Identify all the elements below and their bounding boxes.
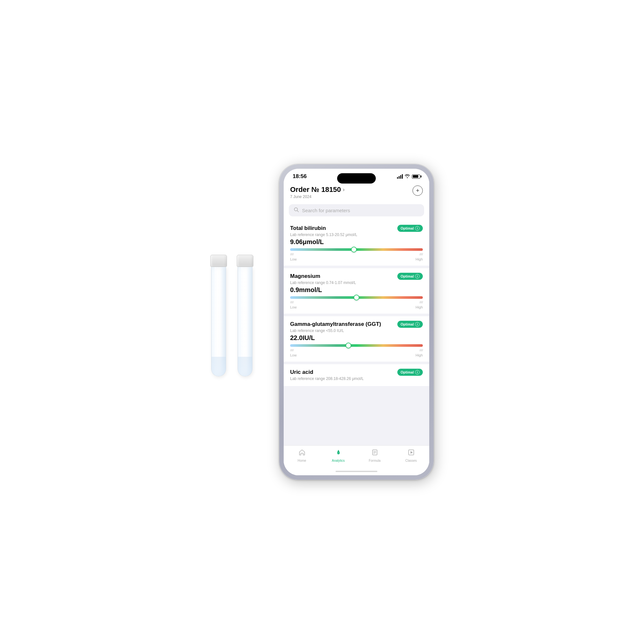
analytics-icon [335, 449, 342, 458]
phone-frame: 18:56 [279, 164, 434, 480]
high-label-1: /////// High [415, 301, 423, 310]
card-header-row-3: Uric acid Optimal i [290, 369, 423, 376]
search-bar[interactable]: Search for parameters [289, 204, 424, 216]
nav-label-formula: Formula [369, 459, 381, 462]
header: Order № 18150 › 7 June 2024 + [284, 182, 429, 202]
svg-line-1 [297, 211, 298, 212]
battery-icon [412, 175, 420, 179]
battery-fill [413, 175, 419, 178]
badge-info-icon-3: i [415, 370, 420, 374]
results-list: Total bilirubin Optimal i Lab reference … [284, 220, 429, 445]
slider-track-0 [290, 248, 423, 251]
tube-body-2 [238, 267, 252, 376]
signal-bar-4 [402, 174, 403, 179]
slider-1 [290, 296, 423, 299]
card-header-row-0: Total bilirubin Optimal i [290, 225, 423, 232]
slider-thumb-1 [354, 295, 359, 300]
tube-body-1 [211, 267, 226, 376]
tube-cap-1 [210, 255, 227, 267]
scene: 18:56 [64, 164, 580, 480]
header-title-group: Order № 18150 › 7 June 2024 [290, 185, 345, 199]
search-icon [294, 207, 299, 213]
badge-info-icon-2: i [415, 322, 420, 327]
header-title: Order № 18150 › [290, 185, 345, 194]
signal-bar-1 [397, 177, 398, 179]
nav-label-home: Home [298, 459, 306, 462]
card-uric-acid: Uric acid Optimal i Lab reference range … [284, 364, 429, 386]
phone-screen: 18:56 [284, 169, 429, 475]
card-ref-2: Lab reference range <55.0 IU/L [290, 328, 423, 333]
card-ggt: Gamma-glutamyltransferase (GGT) Optimal … [284, 316, 429, 362]
high-label-0: /////// High [415, 253, 423, 262]
nav-label-analytics: Analytics [332, 459, 345, 462]
optimal-badge-0: Optimal i [397, 225, 423, 232]
tube-1 [210, 255, 227, 376]
dynamic-island [337, 173, 376, 184]
badge-label-3: Optimal [401, 370, 414, 374]
card-value-2: 22.0IU/L [290, 334, 423, 342]
badge-info-icon-0: i [415, 226, 420, 231]
header-date: 7 June 2024 [290, 194, 345, 199]
slider-thumb-2 [346, 343, 351, 348]
card-magnesium: Magnesium Optimal i Lab reference range … [284, 268, 429, 314]
home-bar-line [336, 471, 377, 472]
low-label-1: /////// Low [290, 301, 297, 310]
order-title-text: Order № 18150 [290, 185, 341, 194]
nav-label-classes: Classes [405, 459, 417, 462]
optimal-badge-2: Optimal i [397, 321, 423, 328]
slider-track-2 [290, 344, 423, 347]
low-label-0: /////// Low [290, 253, 297, 262]
badge-info-icon-1: i [415, 274, 420, 279]
formula-icon [371, 449, 378, 458]
slider-2 [290, 344, 423, 347]
status-icons [397, 174, 420, 179]
nav-item-formula[interactable]: Formula [364, 449, 386, 462]
classes-icon [408, 449, 415, 458]
header-chevron-icon: › [343, 187, 345, 193]
nav-item-home[interactable]: Home [291, 449, 313, 462]
card-name-3: Uric acid [290, 369, 313, 376]
tubes-container [210, 255, 253, 376]
badge-label-2: Optimal [401, 322, 414, 326]
card-name-0: Total bilirubin [290, 225, 326, 232]
slider-0 [290, 248, 423, 251]
tube-2 [237, 255, 253, 376]
bottom-nav: Home Analytics [284, 445, 429, 469]
svg-marker-7 [411, 451, 413, 454]
home-bar [284, 469, 429, 475]
low-label-2: /////// Low [290, 349, 297, 358]
tube-liquid-1 [212, 357, 226, 376]
screen-content: Order № 18150 › 7 June 2024 + [284, 182, 429, 475]
tube-liquid-2 [238, 357, 252, 376]
badge-label-1: Optimal [401, 274, 414, 278]
add-button[interactable]: + [412, 185, 423, 196]
high-label-2: /////// High [415, 349, 423, 358]
wifi-icon [405, 174, 410, 179]
card-header-row-2: Gamma-glutamyltransferase (GGT) Optimal … [290, 321, 423, 328]
card-ref-0: Lab reference range 5.13-20.52 μmol/L [290, 232, 423, 237]
add-icon: + [416, 188, 420, 194]
card-ref-3: Lab reference range 208.18-428.26 μmol/L [290, 376, 423, 381]
slider-labels-0: /////// Low /////// High [290, 253, 423, 262]
card-name-2: Gamma-glutamyltransferase (GGT) [290, 321, 381, 328]
nav-item-classes[interactable]: Classes [400, 449, 422, 462]
slider-labels-1: /////// Low /////// High [290, 301, 423, 310]
slider-track-1 [290, 296, 423, 299]
badge-label-0: Optimal [401, 226, 414, 230]
slider-thumb-0 [351, 247, 357, 252]
signal-bar-2 [399, 176, 400, 179]
optimal-badge-3: Optimal i [397, 369, 423, 376]
search-placeholder-text: Search for parameters [302, 208, 350, 213]
card-value-0: 9.06μmol/L [290, 238, 423, 246]
phone-container: 18:56 [279, 164, 434, 480]
card-ref-1: Lab reference range 0.74-1.07 mmol/L [290, 280, 423, 285]
nav-item-analytics[interactable]: Analytics [327, 449, 350, 462]
card-header-row-1: Magnesium Optimal i [290, 273, 423, 280]
card-name-1: Magnesium [290, 273, 320, 280]
status-time: 18:56 [293, 173, 307, 180]
card-value-1: 0.9mmol/L [290, 286, 423, 294]
slider-labels-2: /////// Low /////// High [290, 349, 423, 358]
card-total-bilirubin: Total bilirubin Optimal i Lab reference … [284, 220, 429, 266]
tube-cap-2 [237, 255, 253, 267]
signal-bars-icon [397, 174, 403, 179]
